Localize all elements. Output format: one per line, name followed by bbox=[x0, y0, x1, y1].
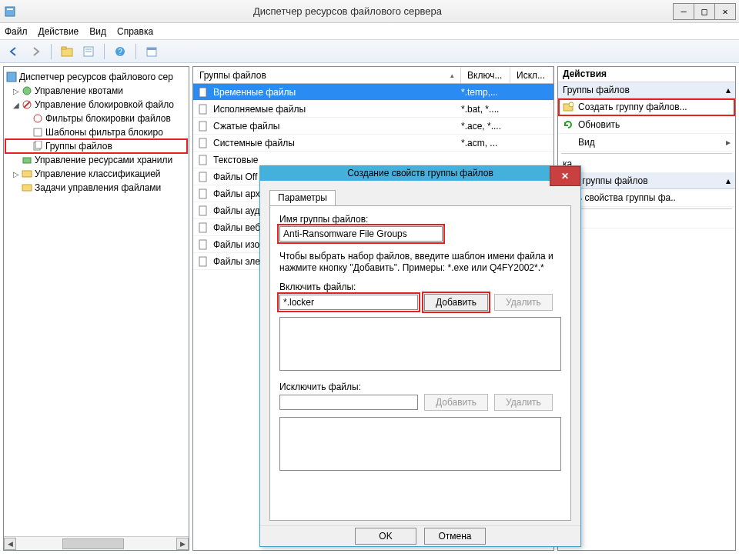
close-button[interactable]: ✕ bbox=[714, 3, 736, 20]
tree-templates[interactable]: Шаблоны фильтра блокиро bbox=[5, 125, 187, 139]
action-help2[interactable]: ка bbox=[558, 211, 735, 228]
tree-label: Шаблоны фильтра блокиро bbox=[45, 126, 163, 139]
collapse-icon[interactable]: ▴ bbox=[726, 175, 731, 186]
tree-tasks[interactable]: Задачи управления файлами bbox=[5, 181, 187, 195]
list-row[interactable]: Сжатые файлы *.ace, *.... bbox=[193, 118, 553, 135]
expand-icon[interactable]: ▷ bbox=[12, 168, 21, 181]
action-view[interactable]: Вид ▸ bbox=[558, 134, 735, 152]
tree-file-groups[interactable]: Группы файлов bbox=[5, 139, 187, 153]
folder-icon[interactable] bbox=[58, 42, 76, 61]
tree-filters[interactable]: Фильтры блокировки файлов bbox=[5, 112, 187, 125]
file-icon bbox=[196, 138, 210, 148]
include-remove-button[interactable]: Удалить bbox=[494, 294, 553, 311]
svg-rect-27 bbox=[199, 172, 206, 182]
dialog-titlebar[interactable]: Создание свойств группы файлов ✕ bbox=[260, 166, 580, 181]
action-help[interactable]: ка bbox=[558, 155, 735, 173]
cancel-button[interactable]: Отмена bbox=[424, 528, 486, 545]
tree-panel: Диспетчер ресурсов файлового сер ▷ Управ… bbox=[3, 66, 189, 551]
action-edit-props[interactable]: нить свойства группы фа.. bbox=[558, 189, 735, 207]
actions-header: Действия bbox=[558, 67, 735, 82]
tree-classification[interactable]: ▷ Управление классификацией bbox=[5, 167, 187, 181]
svg-rect-10 bbox=[147, 48, 156, 50]
include-add-button[interactable]: Добавить bbox=[424, 294, 488, 311]
svg-point-12 bbox=[23, 87, 31, 95]
action-label: Вид bbox=[578, 137, 595, 148]
properties-icon[interactable] bbox=[79, 42, 98, 61]
svg-rect-23 bbox=[199, 105, 206, 114]
menu-view[interactable]: Вид bbox=[89, 26, 106, 37]
include-pattern-input[interactable] bbox=[279, 295, 418, 310]
file-icon bbox=[196, 239, 210, 250]
minimize-button[interactable]: — bbox=[673, 3, 694, 20]
window-title: Диспетчер ресурсов файлового сервера bbox=[22, 5, 674, 17]
svg-rect-18 bbox=[35, 141, 42, 148]
file-icon bbox=[196, 121, 210, 132]
list-row[interactable]: Временные файлы *.temp,... bbox=[193, 84, 553, 101]
svg-rect-16 bbox=[34, 128, 42, 136]
scroll-left-icon[interactable]: ◀ bbox=[4, 538, 16, 550]
storage-icon bbox=[21, 154, 33, 166]
col-name[interactable]: Группы файлов▴ bbox=[193, 67, 461, 83]
svg-rect-20 bbox=[22, 171, 32, 177]
svg-rect-1 bbox=[7, 8, 13, 10]
collapse-icon[interactable]: ▴ bbox=[726, 85, 731, 95]
tree-quota[interactable]: ▷ Управление квотами bbox=[5, 84, 187, 98]
list-row[interactable]: Исполняемые файлы *.bat, *.... bbox=[193, 101, 553, 118]
tree-label: Управление ресурсами хранили bbox=[35, 154, 172, 167]
actions-section-selected[interactable]: ные группы файлов ▴ bbox=[558, 173, 735, 189]
file-icon bbox=[196, 87, 210, 98]
menu-help[interactable]: Справка bbox=[117, 26, 153, 37]
file-group-icon bbox=[32, 140, 44, 152]
tree-blocking[interactable]: ◢ Управление блокировкой файло bbox=[5, 98, 187, 112]
svg-point-34 bbox=[569, 102, 573, 107]
menu-file[interactable]: Файл bbox=[5, 26, 28, 37]
titlebar: Диспетчер ресурсов файлового сервера — □… bbox=[0, 0, 739, 23]
actions-section-file-groups[interactable]: Группы файлов ▴ bbox=[558, 82, 735, 98]
help-icon[interactable]: ? bbox=[111, 42, 129, 61]
scroll-right-icon[interactable]: ▶ bbox=[176, 538, 189, 550]
ok-button[interactable]: OK bbox=[355, 528, 416, 545]
classification-icon bbox=[21, 168, 33, 180]
svg-rect-21 bbox=[22, 185, 32, 191]
svg-rect-11 bbox=[7, 72, 16, 82]
expand-icon[interactable]: ▷ bbox=[12, 85, 21, 98]
file-icon bbox=[196, 172, 210, 182]
tree-hscrollbar[interactable]: ◀ ▶ bbox=[4, 536, 189, 550]
maximize-button[interactable]: □ bbox=[694, 3, 715, 20]
menu-action[interactable]: Действие bbox=[38, 26, 79, 37]
app-icon bbox=[3, 5, 17, 18]
tab-parameters[interactable]: Параметры bbox=[269, 190, 336, 205]
exclude-remove-button[interactable]: Удалить bbox=[494, 394, 553, 411]
tree-storage[interactable]: Управление ресурсами хранили bbox=[5, 153, 187, 167]
group-name-input[interactable] bbox=[279, 226, 443, 242]
col-include[interactable]: Включ... bbox=[461, 67, 510, 83]
col-exclude[interactable]: Искл... bbox=[510, 67, 553, 83]
svg-rect-24 bbox=[199, 122, 206, 131]
calendar-icon[interactable] bbox=[142, 42, 161, 61]
file-icon bbox=[196, 222, 210, 233]
action-refresh[interactable]: Обновить bbox=[558, 116, 735, 134]
file-icon bbox=[196, 104, 210, 115]
collapse-icon[interactable]: ◢ bbox=[12, 98, 21, 112]
tree-label: Управление блокировкой файло bbox=[35, 98, 174, 112]
list-row[interactable]: Системные файлы *.acm, ... bbox=[193, 135, 553, 152]
quota-icon bbox=[21, 85, 33, 97]
submenu-arrow-icon: ▸ bbox=[726, 137, 731, 148]
exclude-add-button[interactable]: Добавить bbox=[424, 394, 488, 411]
action-label: Обновить bbox=[578, 119, 620, 130]
exclude-pattern-input[interactable] bbox=[279, 395, 418, 410]
toolbar: ? bbox=[0, 40, 739, 63]
action-create-group[interactable]: Создать группу файлов... bbox=[558, 98, 735, 116]
exclude-list[interactable] bbox=[279, 417, 561, 471]
include-list[interactable] bbox=[279, 317, 561, 371]
tasks-icon bbox=[21, 182, 33, 194]
file-icon bbox=[196, 155, 210, 165]
forward-button[interactable] bbox=[26, 42, 45, 61]
scroll-thumb[interactable] bbox=[62, 538, 124, 549]
blocking-icon bbox=[21, 98, 33, 111]
back-button[interactable] bbox=[5, 42, 23, 61]
tree-label: Управление квотами bbox=[35, 85, 123, 98]
tree-root[interactable]: Диспетчер ресурсов файлового сер bbox=[5, 70, 187, 84]
svg-rect-22 bbox=[199, 88, 206, 97]
svg-rect-25 bbox=[199, 138, 206, 148]
